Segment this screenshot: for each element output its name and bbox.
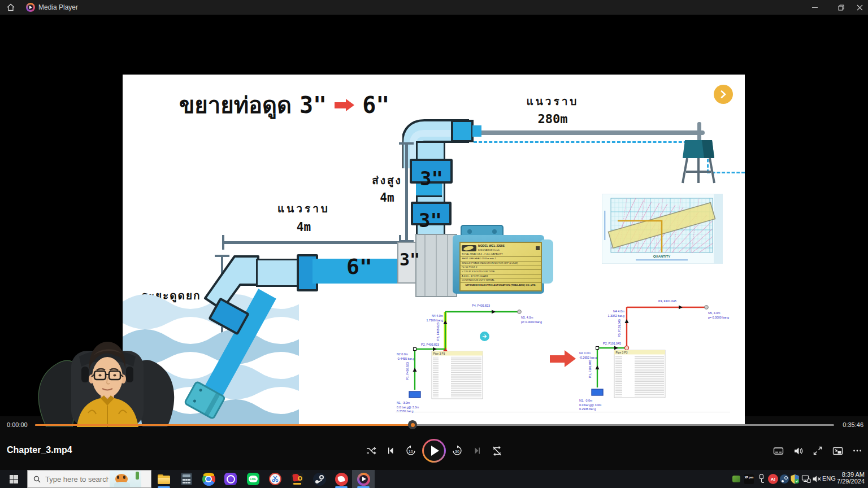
start-button[interactable] (0, 470, 27, 488)
nameplate-row: SHUT OFF HEAD 19.8 m min-1 (461, 257, 541, 262)
search-input[interactable] (44, 474, 110, 484)
tooltip-title: Pipe 3 P3 (433, 352, 445, 355)
next-button[interactable] (467, 441, 487, 460)
node-label: 0.0 bar.g@ 3.0m (579, 403, 602, 407)
seek-thumb[interactable] (408, 420, 417, 429)
nameplate-model: MODEL WCL-2205S (478, 244, 534, 249)
taskbar-red-app-icon[interactable] (330, 470, 353, 488)
taskbar-capture-app-icon[interactable] (264, 470, 287, 488)
tray-green-utility-icon[interactable] (732, 474, 741, 483)
pipe-label: P1, F405.823 (406, 362, 409, 380)
tray-language-indicator[interactable]: ENG (822, 475, 836, 482)
taskbar-steam-icon[interactable] (308, 470, 331, 488)
taskbar-chrome-icon[interactable] (197, 470, 220, 488)
tray-anydesk-icon[interactable]: A! (768, 474, 778, 484)
node-label: N1, -3.0m (397, 401, 410, 404)
tooltip-title: Pipe 3 P3 (616, 351, 628, 354)
cursor-marker-icon (480, 332, 489, 341)
tray-network-icon[interactable] (801, 474, 811, 486)
volume-button[interactable] (788, 441, 808, 460)
pipe-label: P1, F101.045 (588, 360, 592, 378)
shuffle-button[interactable] (362, 441, 381, 460)
nameplate-row: SINGLE PHASE INDUCTION MOTOR 3HP (2.2kW) (461, 262, 541, 266)
home-icon[interactable] (6, 3, 15, 14)
pipe-tooltip: Pipe 3 P3 (432, 351, 483, 399)
node-label: N5, 4.0m (708, 311, 721, 315)
media-title: Chapter_3.mp4 (7, 445, 72, 455)
subtitles-button[interactable] (769, 441, 788, 460)
divider (396, 412, 730, 412)
play-icon (431, 446, 439, 456)
more-options-button[interactable] (848, 441, 867, 460)
skip-forward-30-button[interactable]: 30 (448, 441, 467, 460)
elapsed-time: 0:00:00 (7, 421, 28, 428)
dim-line-rise (405, 143, 408, 242)
pipe-label: P3, F101.045 (618, 319, 621, 337)
tray-usb-icon[interactable] (757, 474, 766, 486)
taskbar: LINE (0, 470, 868, 488)
nameplate-discharge: DISCHARGE 3 inch (478, 249, 534, 252)
taskbar-file-explorer-icon[interactable] (153, 470, 175, 488)
media-player-app-icon (26, 3, 35, 12)
media-player-window: Media Player ขยายท่อดูด 3" 6" (0, 0, 868, 488)
riser-upper-size-label: 3" (420, 167, 443, 190)
taskbar-media-player-icon-active[interactable] (352, 470, 375, 488)
nameplate-row: CONTINUOUS DUTY SERIAL (461, 278, 541, 283)
presenter-avatar (23, 323, 192, 427)
nameplate-row: TOTAL HEAD 18.2 - 7.4 m CAPACITY (461, 252, 541, 257)
pipe-dashed-run (474, 141, 697, 143)
pipe-label: P3, F405.823 (436, 323, 440, 341)
tray-defender-icon[interactable] (790, 474, 800, 486)
nameplate-row: V 220 IP X3 OUTDOOR TYPE (461, 270, 541, 274)
anydesk-logo-text: A! (771, 477, 775, 482)
node-label: 0.2336 bar.g (397, 409, 414, 413)
search-highlight-tiger-image[interactable] (110, 470, 141, 487)
play-button[interactable] (422, 439, 446, 463)
pump-casing (415, 234, 457, 297)
water-tower-graphic (679, 122, 719, 185)
repeat-off-button[interactable] (487, 441, 506, 460)
pipe-network-diagram-before: P4, F405.823 N4 4.0m 1.7166 bar.g P3, F4… (394, 299, 553, 419)
skip-forward-amount: 30 (455, 450, 459, 454)
mini-player-button[interactable] (828, 441, 847, 460)
node-label: N4 4.0m (432, 314, 444, 317)
node-label: N2 0.0m (579, 351, 591, 355)
pipe-label: P2, F405.823 (421, 343, 439, 346)
titlebar: Media Player (0, 0, 868, 15)
close-button[interactable] (847, 0, 868, 15)
seek-bar[interactable] (35, 421, 834, 429)
taskbar-line-icon[interactable]: LINE (242, 470, 264, 488)
total-duration: 0:35:46 (840, 421, 863, 428)
pump-inlet-size-label: 3" (400, 250, 420, 269)
suction-size-label: 6" (346, 254, 372, 279)
video-display-area[interactable]: ขยายท่อดูด 3" 6" แนวราบ 280m (0, 15, 868, 416)
taskbar-gom-cam-icon[interactable] (286, 470, 309, 488)
node-label: N4 4.0m (613, 310, 625, 313)
skip-back-10-button[interactable]: 10 (401, 441, 420, 460)
pump-curve-chart: QUANTITY (602, 194, 723, 264)
minimize-button[interactable] (802, 0, 827, 15)
taskbar-purple-app-icon[interactable] (219, 470, 242, 488)
node-label: 0.2936 bar.g (579, 407, 596, 411)
node-label: -0.2652 bar.g (579, 356, 597, 359)
pipe-size-from: 3" (300, 92, 327, 118)
fullscreen-button[interactable] (808, 441, 827, 460)
dim-mid-4m: แนวราบ 4m (268, 200, 339, 234)
tray-xp-pen-icon[interactable]: XP pen (744, 474, 754, 484)
slide-title-row: ขยายท่อดูด 3" 6" (179, 87, 389, 123)
search-box[interactable] (27, 470, 151, 488)
slide-title: ขยายท่อดูด (179, 87, 292, 123)
tray-clock[interactable]: 8:39 AM 7/29/2024 (835, 471, 865, 485)
motor-nameplate: MODEL WCL-2205S DISCHARGE 3 inch TOTAL H… (459, 242, 542, 291)
previous-button[interactable] (381, 441, 401, 460)
pipe-label: P2, F101.045 (603, 342, 621, 345)
nameplate-row: Hz 50 POLE 2 (461, 265, 541, 270)
node-label: 1.7166 bar.g (427, 319, 444, 322)
node-label: p= 0.0000 bar.g (521, 320, 542, 324)
comparison-arrow-icon (550, 350, 576, 367)
pipe-label: P4, F101.045 (658, 299, 676, 303)
chart-xlabel: QUANTITY (653, 255, 671, 258)
tray-volume-muted-icon[interactable] (812, 474, 822, 486)
taskbar-calculator-icon[interactable] (175, 470, 198, 488)
tray-steam-icon[interactable] (780, 474, 789, 483)
